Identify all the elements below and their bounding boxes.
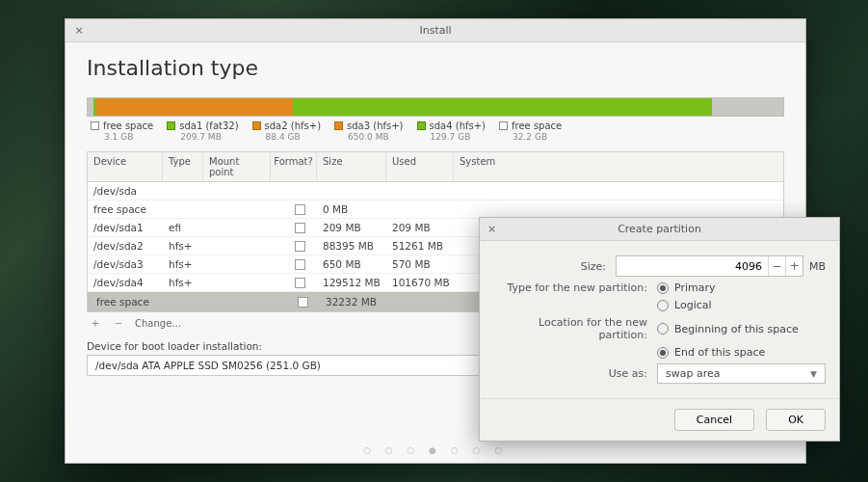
cell-size: 0 MB [323,203,392,215]
th-size[interactable]: Size [317,152,386,181]
format-checkbox[interactable] [295,259,305,270]
th-mount[interactable]: Mount point [203,152,271,181]
format-checkbox[interactable] [295,223,305,233]
cell-device: /dev/sda3 [93,258,169,270]
legend-item: sda4 (hfs+)129.7 GB [417,120,486,142]
radio-primary[interactable] [657,282,669,294]
legend-label: free space [103,120,153,131]
allocation-bar [87,97,784,117]
create-partition-dialog: × Create partition Size: − + MB Type for… [479,217,840,442]
cell-device: /dev/sda2 [93,240,169,252]
location-label: Location for the new partition: [493,316,657,341]
format-checkbox[interactable] [295,278,305,288]
change-partition-button[interactable]: Change… [135,318,181,329]
size-increase-button[interactable]: + [785,256,802,276]
cell-device: /dev/sda [93,185,169,197]
radio-end[interactable] [657,347,669,359]
cell-format [276,204,323,215]
cell-format [276,259,323,270]
cell-device: /dev/sda4 [93,277,169,288]
swatch-icon [334,121,343,130]
ok-button[interactable]: OK [766,409,826,431]
cell-format [276,223,323,233]
add-partition-button[interactable]: + [89,318,102,329]
cancel-button[interactable]: Cancel [674,409,754,431]
cell-type: hfs+ [169,277,209,288]
use-as-value: swap area [666,367,720,380]
seg-sda4 [293,98,712,116]
legend-sub: 129.7 GB [431,132,486,142]
bootloader-value: /dev/sda ATA APPLE SSD SM0256 (251.0 GB) [95,360,321,371]
dialog-buttons: Cancel OK [480,398,839,441]
size-decrease-button[interactable]: − [768,256,785,276]
radio-primary-label: Primary [674,281,716,294]
legend-label: sda3 (hfs+) [347,120,403,131]
seg-free2 [712,98,783,116]
legend-sub: 3.1 GB [104,132,153,142]
format-checkbox[interactable] [295,241,305,252]
format-checkbox[interactable] [298,297,308,308]
cell-format [276,278,323,288]
dialog-title: Create partition [501,223,818,235]
cell-size: 129512 MB [323,277,392,288]
cell-size: 209 MB [323,222,392,233]
table-row[interactable]: /dev/sda [88,182,783,201]
titlebar: × Install [66,19,805,42]
pager-dots: ○ ○ ○ ● ○ ○ ○ [66,445,805,455]
cell-size: 88395 MB [323,240,392,252]
format-checkbox[interactable] [295,204,305,215]
cell-used: 570 MB [392,258,460,270]
cell-used: 101670 MB [392,277,460,288]
window-title: Install [85,24,786,37]
use-as-select[interactable]: swap area ▼ [657,363,826,384]
swatch-icon [499,121,508,130]
radio-end-label: End of this space [674,346,765,359]
size-label: Size: [493,260,616,273]
allocation-legend: free space3.1 GB sda1 (fat32)209.7 MB sd… [87,117,784,151]
cell-type: hfs+ [169,258,209,270]
legend-item: free space32.2 GB [499,120,562,142]
legend-sub: 209.7 MB [180,132,238,142]
legend-sub: 88.4 GB [266,132,321,142]
dialog-close-icon[interactable]: × [487,223,501,235]
cell-device: /dev/sda1 [93,222,169,233]
radio-logical[interactable] [657,300,669,311]
legend-item: sda2 (hfs+)88.4 GB [252,120,321,142]
legend-item: sda1 (fat32)209.7 MB [167,120,238,142]
table-header-row: Device Type Mount point Format? Size Use… [88,152,783,182]
size-input[interactable] [617,256,768,276]
legend-label: free space [512,120,562,131]
swatch-icon [252,121,261,130]
legend-sub: 650.0 MB [348,132,403,142]
th-device[interactable]: Device [88,152,163,181]
swatch-icon [91,121,99,130]
cell-device: free space [96,296,171,308]
close-icon[interactable]: × [73,24,85,37]
legend-label: sda1 (fat32) [179,120,238,131]
swatch-icon [167,121,175,130]
chevron-down-icon: ▼ [810,369,817,379]
cell-device: free space [93,203,169,215]
legend-label: sda4 (hfs+) [430,120,486,131]
cell-type: efi [169,222,209,233]
use-as-label: Use as: [493,367,657,380]
legend-item: sda3 (hfs+)650.0 MB [334,120,403,142]
th-format[interactable]: Format? [271,152,317,181]
cell-format [279,297,326,308]
swatch-icon [417,121,426,130]
legend-item: free space3.1 GB [91,120,153,142]
radio-begin-label: Beginning of this space [674,323,799,335]
cell-used: 51261 MB [392,240,460,252]
cell-size: 32232 MB [326,296,395,308]
page-title: Installation type [87,56,784,80]
th-used[interactable]: Used [386,152,454,181]
th-system[interactable]: System [454,152,783,181]
size-unit: MB [809,260,826,273]
remove-partition-button[interactable]: − [112,318,125,329]
th-type[interactable]: Type [163,152,203,181]
cell-type: hfs+ [169,240,209,252]
type-label: Type for the new partition: [493,281,657,294]
cell-size: 650 MB [323,258,392,270]
size-spinner[interactable]: − + [616,255,803,277]
radio-begin[interactable] [657,323,669,335]
